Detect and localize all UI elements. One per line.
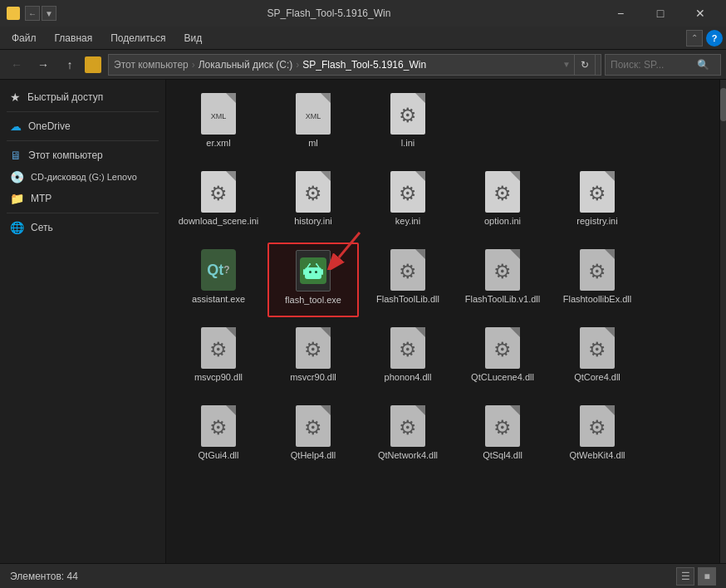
menu-bar: Файл Главная Поделиться Вид ⌃ ? — [0, 27, 726, 50]
up-button[interactable]: ↑ — [58, 53, 81, 76]
file-name: FlashToolLib.dll — [376, 293, 439, 305]
sidebar-item-quickaccess[interactable]: ★ Быстрый доступ — [0, 86, 165, 108]
file-name: key.ini — [395, 215, 420, 227]
svg-rect-0 — [305, 267, 321, 279]
ini-file-icon-top: ⚙ — [388, 94, 428, 134]
list-item-flashtoollibex[interactable]: ⚙ FlashtoollibEx.dll — [552, 243, 643, 317]
gear-icon: ⚙ — [207, 416, 230, 439]
list-item-flash-tool[interactable]: flash_tool.exe — [267, 243, 359, 317]
menu-file[interactable]: Файл — [3, 29, 45, 47]
list-item-flashtoollib[interactable]: ⚙ FlashToolLib.dll — [362, 243, 454, 317]
menu-home[interactable]: Главная — [47, 29, 101, 47]
list-item-qtsql4[interactable]: ⚙ QtSql4.dll — [457, 399, 548, 473]
list-item-history[interactable]: ⚙ history.ini — [267, 164, 359, 239]
forward-btn[interactable]: ▼ — [42, 6, 56, 21]
spacer-2 — [552, 86, 643, 161]
grid-view-btn[interactable]: ■ — [698, 567, 716, 586]
list-item-phonon4[interactable]: ⚙ phonon4.dll — [362, 321, 454, 395]
file-name: FlashtoollibEx.dll — [563, 293, 632, 305]
list-item-option[interactable]: ⚙ option.ini — [457, 164, 548, 239]
file-name: ml — [308, 137, 318, 149]
gear-icon: ⚙ — [586, 416, 609, 439]
list-item-flashtoollibv1[interactable]: ⚙ FlashToolLib.v1.dll — [457, 243, 548, 317]
list-item-download-scene[interactable]: ⚙ download_scene.ini — [173, 164, 264, 239]
svg-rect-2 — [315, 271, 317, 273]
file-name: QtSql4.dll — [483, 449, 522, 461]
file-name: QtCLucene4.dll — [471, 371, 534, 383]
dll-icon-12: ⚙ — [483, 406, 522, 446]
list-item[interactable]: XML er.xml — [173, 86, 264, 161]
list-item-qtclucene4[interactable]: ⚙ QtCLucene4.dll — [457, 321, 548, 395]
sidebar-item-thispc[interactable]: 🖥 Этот компьютер — [0, 145, 165, 166]
list-item-key[interactable]: ⚙ key.ini — [362, 164, 454, 239]
list-item-qtwebkit4[interactable]: ⚙ QtWebKit4.dll — [552, 399, 643, 473]
dll-icon-13: ⚙ — [577, 406, 617, 446]
sidebar-item-onedrive[interactable]: ☁ OneDrive — [0, 115, 165, 137]
svg-point-7 — [309, 263, 311, 265]
dropdown-icon[interactable]: ▼ — [562, 60, 571, 69]
qt-exe-icon: Qt? — [199, 250, 238, 290]
scrollbar-thumb[interactable] — [720, 88, 726, 121]
gear-icon: ⚙ — [302, 416, 325, 439]
file-name: msvcr90.dll — [290, 371, 336, 383]
gear-icon: ⚙ — [586, 260, 609, 283]
back-button[interactable]: ← — [5, 53, 28, 76]
file-name: er.xml — [206, 137, 230, 149]
file-name: assistant.exe — [192, 293, 245, 305]
dll-icon-11: ⚙ — [388, 406, 428, 446]
help-btn[interactable]: ? — [706, 30, 723, 47]
back-btn[interactable]: ← — [25, 6, 40, 21]
dll-icon-7: ⚙ — [483, 328, 522, 368]
svg-rect-3 — [303, 269, 305, 275]
menu-view[interactable]: Вид — [175, 29, 210, 47]
dll-icon-10: ⚙ — [293, 406, 333, 446]
minimize-btn[interactable]: − — [601, 0, 640, 27]
list-item[interactable]: XML ml — [267, 86, 359, 161]
window-controls: − □ ✕ — [601, 0, 719, 27]
dll-icon-6: ⚙ — [388, 328, 428, 368]
svg-rect-4 — [321, 269, 323, 275]
menu-share[interactable]: Поделиться — [102, 29, 174, 47]
refresh-btn[interactable]: ↻ — [574, 54, 596, 76]
forward-button[interactable]: → — [32, 53, 55, 76]
view-controls: ☰ ■ — [676, 567, 716, 586]
list-item-qtgui4[interactable]: ⚙ QtGui4.dll — [173, 399, 264, 473]
search-bar[interactable]: 🔍 — [605, 54, 721, 76]
expand-ribbon-btn[interactable]: ⌃ — [686, 30, 703, 47]
disc-icon: 💿 — [10, 170, 24, 184]
dll-icon-2: ⚙ — [483, 250, 522, 290]
title-bar: ← ▼ SP_Flash_Tool-5.1916_Win − □ ✕ — [0, 0, 726, 27]
address-bar[interactable]: Этот компьютер › Локальный диск (C:) › S… — [108, 54, 601, 76]
sidebar-item-network[interactable]: 🌐 Сеть — [0, 217, 165, 238]
gear-icon: ⚙ — [396, 338, 419, 361]
list-item-qtnetwork4[interactable]: ⚙ QtNetwork4.dll — [362, 399, 454, 473]
path-sep-1: › — [192, 59, 195, 71]
close-btn[interactable]: ✕ — [681, 0, 719, 27]
list-item-msvcr90[interactable]: ⚙ msvcr90.dll — [267, 321, 359, 395]
sidebar: ★ Быстрый доступ ☁ OneDrive 🖥 Этот компь… — [0, 80, 166, 563]
sidebar-separator-3 — [7, 213, 159, 213]
scrollbar[interactable] — [719, 80, 726, 563]
sidebar-item-mtp[interactable]: 📁 MTP — [0, 188, 165, 209]
list-item-registry[interactable]: ⚙ registry.ini — [552, 164, 643, 239]
file-name: download_scene.ini — [179, 215, 259, 227]
list-item-assistant[interactable]: Qt? assistant.exe — [173, 243, 264, 317]
list-item-qtcore4[interactable]: ⚙ QtCore4.dll — [552, 321, 643, 395]
ini-icon-3: ⚙ — [388, 172, 428, 212]
search-input[interactable] — [611, 59, 694, 71]
list-item[interactable]: ⚙ l.ini — [362, 86, 454, 161]
maximize-btn[interactable]: □ — [641, 0, 679, 27]
sidebar-separator — [7, 111, 159, 112]
list-item-qthelp4[interactable]: ⚙ QtHelp4.dll — [267, 399, 359, 473]
computer-icon: 🖥 — [10, 149, 22, 162]
path-sep-2: › — [296, 59, 299, 71]
xml-file-icon-2: XML — [293, 94, 333, 134]
list-view-btn[interactable]: ☰ — [676, 567, 694, 586]
gear-icon: ⚙ — [491, 338, 514, 361]
gear-icon: ⚙ — [396, 182, 419, 205]
gear-icon: ⚙ — [586, 182, 609, 205]
gear-icon: ⚙ — [207, 338, 230, 361]
list-item-msvcp90[interactable]: ⚙ msvcp90.dll — [173, 321, 264, 395]
file-name: option.ini — [484, 215, 521, 227]
sidebar-item-cddrive[interactable]: 💿 CD-дисковод (G:) Lenovo — [0, 166, 165, 188]
